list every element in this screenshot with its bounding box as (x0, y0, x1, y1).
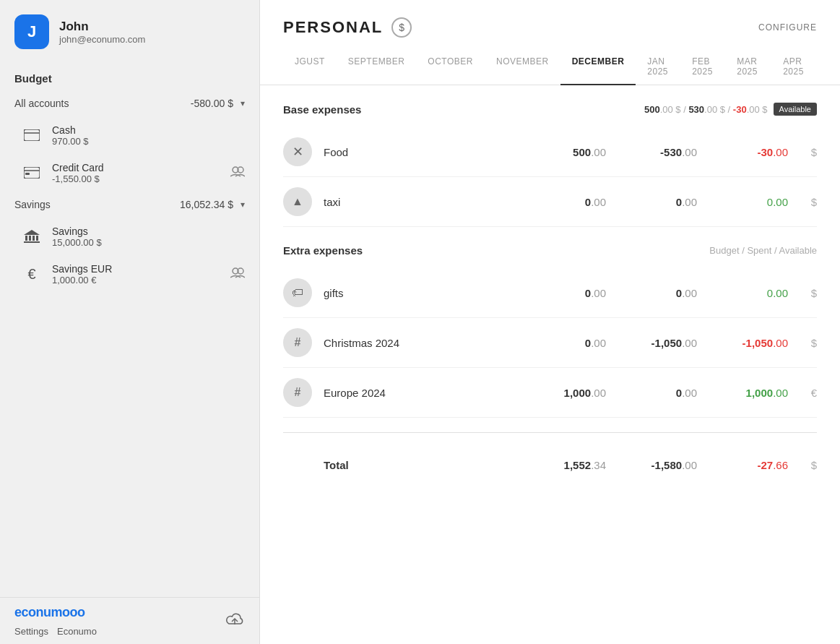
svg-rect-0 (24, 129, 40, 141)
europe-available: 1,000.00 (709, 387, 788, 399)
europe-spent: 0.00 (618, 387, 697, 399)
svg-rect-9 (33, 236, 35, 241)
cash-account-balance: 970.00 $ (52, 136, 245, 147)
user-email: john@econumo.com (59, 34, 145, 45)
total-label: Total (283, 459, 515, 471)
savings-account-details: Savings 15,000.00 $ (52, 226, 245, 248)
tab-jgust[interactable]: JGUST (283, 49, 337, 85)
total-divider (283, 432, 817, 433)
account-item-credit-card[interactable]: Credit Card -1,550.00 $ (0, 154, 259, 192)
chevron-down-icon: ▾ (241, 98, 245, 108)
total-currency: $ (800, 459, 817, 471)
christmas-icon: # (283, 328, 312, 357)
main-header: PERSONAL $ CONFIGURE (260, 0, 840, 38)
gifts-icon: 🏷 (283, 278, 312, 307)
tab-apr2025[interactable]: APR 2025 (771, 49, 817, 85)
food-category-name: Food (324, 146, 515, 158)
shared-icon (230, 166, 245, 180)
econumo-link[interactable]: Econumo (57, 626, 97, 637)
settings-link[interactable]: Settings (14, 626, 48, 637)
extra-expenses-header: Extra expenses Budget / Spent / Availabl… (283, 244, 817, 257)
base-expenses-title: Base expenses (283, 103, 361, 116)
account-item-cash[interactable]: Cash 970.00 $ (0, 116, 259, 154)
food-currency: $ (800, 146, 817, 158)
food-spent: -530.00 (618, 146, 697, 158)
svg-rect-4 (25, 173, 30, 175)
extra-meta: Budget / Spent / Available (709, 245, 817, 256)
gifts-available: 0.00 (709, 287, 788, 299)
tab-feb2025[interactable]: FEB 2025 (680, 49, 725, 85)
avatar: J (14, 14, 49, 49)
cloud-sync-icon[interactable] (225, 611, 245, 631)
taxi-category-name: taxi (324, 196, 515, 208)
budget-row-europe[interactable]: # Europe 2024 1,000.00 0.00 1,000.00 € (283, 368, 817, 418)
logo-text: econum (14, 605, 62, 619)
user-header: J John john@econumo.com (0, 0, 259, 64)
savings-group[interactable]: Savings 16,052.34 $ ▾ (0, 192, 259, 218)
europe-icon: # (283, 378, 312, 407)
budget-row-taxi[interactable]: ▲ taxi 0.00 0.00 0.00 $ (283, 177, 817, 227)
shared-icon-eur (230, 267, 245, 281)
account-item-savings[interactable]: Savings 15,000.00 $ (0, 218, 259, 255)
gifts-currency: $ (800, 287, 817, 299)
budget-row-christmas[interactable]: # Christmas 2024 0.00 -1,050.00 -1,050.0… (283, 318, 817, 368)
configure-button[interactable]: CONFIGURE (758, 22, 817, 33)
user-name: John (59, 20, 145, 34)
euro-icon: € (20, 262, 43, 285)
budget-row-food[interactable]: ✕ Food 500.00 -530.00 -30.00 $ (283, 127, 817, 177)
main-content: PERSONAL $ CONFIGURE JGUST SEPTEMBER OCT… (260, 0, 840, 644)
svg-rect-11 (24, 241, 40, 243)
account-item-savings-eur[interactable]: € Savings EUR 1,000.00 € (0, 255, 259, 293)
savings-account-name: Savings (52, 226, 245, 237)
budget-content: Base expenses 500.00 $ / 530.00 $ / -30.… (260, 85, 840, 644)
svg-rect-8 (29, 236, 31, 241)
svg-marker-12 (24, 230, 40, 235)
page-title: PERSONAL (283, 18, 383, 37)
europe-currency: € (800, 387, 817, 399)
taxi-available: 0.00 (709, 196, 788, 208)
christmas-currency: $ (800, 337, 817, 349)
sidebar-footer: econumooo Settings Econumo (0, 597, 259, 644)
food-icon: ✕ (283, 137, 312, 166)
base-expenses-header: Base expenses 500.00 $ / 530.00 $ / -30.… (283, 103, 817, 116)
savings-account-balance: 15,000.00 $ (52, 237, 245, 248)
budget-row-gifts[interactable]: 🏷 gifts 0.00 0.00 0.00 $ (283, 268, 817, 318)
budget-label: Budget (0, 64, 259, 90)
credit-card-name: Credit Card (52, 162, 222, 173)
page-title-row: PERSONAL $ (283, 17, 412, 38)
total-row: Total 1,552.34 -1,580.00 -27.66 $ (283, 447, 817, 483)
gifts-category-name: gifts (324, 287, 515, 299)
base-expenses-meta: 500.00 $ / 530.00 $ / -30.00 $ (644, 104, 768, 115)
chevron-down-icon-savings: ▾ (241, 199, 245, 210)
christmas-category-name: Christmas 2024 (324, 337, 515, 349)
taxi-icon: ▲ (283, 187, 312, 216)
bank-icon (20, 225, 43, 248)
savings-label: Savings (14, 199, 51, 210)
svg-rect-10 (36, 236, 38, 241)
all-accounts-amount: -580.00 $ (191, 98, 233, 109)
europe-category-name: Europe 2024 (324, 387, 515, 399)
credit-card-balance: -1,550.00 $ (52, 173, 222, 184)
tab-october[interactable]: OCTOBER (416, 49, 485, 85)
currency-badge: $ (391, 17, 412, 38)
total-spent: -1,580.00 (618, 459, 697, 471)
sidebar: J John john@econumo.com Budget All accou… (0, 0, 260, 644)
tab-september[interactable]: SEPTEMBER (337, 49, 417, 85)
taxi-currency: $ (800, 196, 817, 208)
month-tabs: JGUST SEPTEMBER OCTOBER NOVEMBER DECEMBE… (260, 38, 840, 85)
savings-eur-name: Savings EUR (52, 263, 222, 275)
taxi-spent: 0.00 (618, 196, 697, 208)
christmas-spent: -1,050.00 (618, 337, 697, 349)
user-info: John john@econumo.com (59, 20, 145, 45)
svg-rect-7 (25, 236, 27, 241)
tab-mar2025[interactable]: MAR 2025 (725, 49, 771, 85)
tab-jan2025[interactable]: JAN 2025 (636, 49, 680, 85)
europe-budget: 1,000.00 (527, 387, 606, 399)
food-available: -30.00 (709, 146, 788, 158)
food-budget: 500.00 (527, 146, 606, 158)
tab-december[interactable]: DECEMBER (560, 49, 636, 85)
all-accounts-group[interactable]: All accounts -580.00 $ ▾ (0, 90, 259, 116)
savings-amount: 16,052.34 $ (180, 199, 233, 210)
tab-november[interactable]: NOVEMBER (485, 49, 560, 85)
credit-card-details: Credit Card -1,550.00 $ (52, 162, 222, 184)
